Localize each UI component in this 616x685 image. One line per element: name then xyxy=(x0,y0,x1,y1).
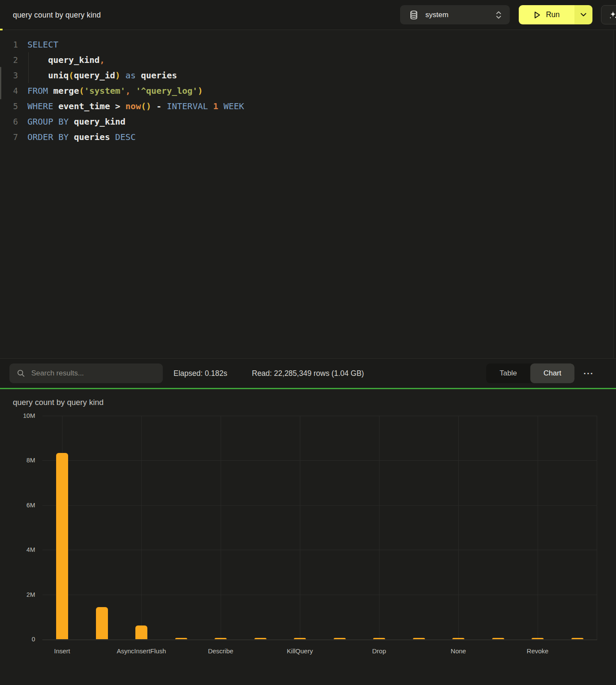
more-options-button[interactable]: ··· xyxy=(579,363,598,383)
bar-AsyncInsertFlush[interactable] xyxy=(135,625,147,639)
code-text: query_kind, xyxy=(27,52,105,68)
sparkle-icon xyxy=(607,9,616,21)
search-results-box[interactable] xyxy=(9,363,163,383)
read-stat: Read: 22,285,349 rows (1.04 GB) xyxy=(252,359,364,388)
code-text: ORDER BY queries DESC xyxy=(27,129,136,145)
chart-title: query count by query kind xyxy=(13,398,104,407)
database-selector-value: system xyxy=(425,11,495,19)
code-text: SELECT xyxy=(27,37,58,52)
y-axis-tick-label: 4M xyxy=(5,546,35,553)
x-axis-tick-label: KillQuery xyxy=(266,647,334,655)
database-icon xyxy=(410,10,418,20)
top-bar: query count by query kind system xyxy=(0,0,616,30)
y-gridline xyxy=(42,416,597,416)
database-selector[interactable]: system xyxy=(400,5,510,24)
y-gridline xyxy=(42,550,597,550)
y-axis-tick-label: 6M xyxy=(5,502,35,509)
query-tab-title: query count by query kind xyxy=(13,0,101,30)
bar-series-12[interactable] xyxy=(492,638,504,639)
view-toggle: Table Chart xyxy=(486,363,574,383)
x-axis-tick-label: Drop xyxy=(345,647,413,655)
chevron-down-icon xyxy=(580,13,586,17)
bar-None[interactable] xyxy=(452,638,464,639)
run-button[interactable]: Run xyxy=(519,5,574,24)
chevron-up-down-icon xyxy=(495,10,502,20)
editor-line[interactable]: 3 uniq(query_id) as queries xyxy=(0,68,608,83)
bar-chart: 02M4M6M8M10MInsertAsyncInsertFlushDescri… xyxy=(42,416,597,640)
x-axis-tick-label: Insert xyxy=(28,647,96,655)
x-gridline xyxy=(300,416,300,640)
editor-line[interactable]: 7ORDER BY queries DESC xyxy=(0,129,608,145)
x-gridline xyxy=(141,416,142,640)
x-axis-line xyxy=(42,640,597,640)
editor-line[interactable]: 6GROUP BY query_kind xyxy=(0,114,608,129)
x-gridline xyxy=(538,416,538,640)
elapsed-stat: Elapsed: 0.182s xyxy=(173,359,227,388)
x-gridline xyxy=(379,416,380,640)
line-number: 6 xyxy=(0,114,18,129)
editor-line[interactable]: 1SELECT xyxy=(0,37,608,52)
editor-line[interactable]: 5WHERE event_time > now() - INTERVAL 1 W… xyxy=(0,98,608,114)
bar-series-8[interactable] xyxy=(334,638,346,639)
y-gridline xyxy=(42,505,597,506)
tab-table[interactable]: Table xyxy=(486,363,530,383)
bar-Drop[interactable] xyxy=(373,638,385,639)
indent-guide xyxy=(28,52,29,83)
line-number: 4 xyxy=(0,83,18,98)
bar-series-14[interactable] xyxy=(571,638,583,639)
x-gridline xyxy=(221,416,221,640)
y-axis-tick-label: 0 xyxy=(5,636,35,643)
x-axis-tick-label: Revoke xyxy=(503,647,572,655)
line-number: 2 xyxy=(0,52,18,68)
editor-line[interactable]: 2 query_kind, xyxy=(0,52,608,68)
run-options-button[interactable] xyxy=(574,5,592,24)
line-number: 1 xyxy=(0,37,18,52)
chart-panel: query count by query kind 02M4M6M8M10MIn… xyxy=(0,389,616,685)
code-text: FROM merge('system', '^query_log') xyxy=(27,83,203,98)
results-toolbar: Elapsed: 0.182s Read: 22,285,349 rows (1… xyxy=(0,358,616,388)
x-gridline xyxy=(458,416,459,640)
line-number: 3 xyxy=(0,68,18,83)
assist-button[interactable] xyxy=(601,5,616,24)
code-text: WHERE event_time > now() - INTERVAL 1 WE… xyxy=(27,98,244,114)
bar-Revoke[interactable] xyxy=(532,638,544,639)
code-text: GROUP BY query_kind xyxy=(27,114,126,129)
bar-Describe[interactable] xyxy=(215,638,227,639)
code-text: uniq(query_id) as queries xyxy=(27,68,177,83)
y-gridline xyxy=(42,460,597,461)
search-icon xyxy=(17,369,25,378)
bar-series-2[interactable] xyxy=(96,607,108,639)
y-axis-tick-label: 10M xyxy=(5,412,35,419)
editor-scrollbar-thumb[interactable] xyxy=(0,67,1,99)
y-gridline xyxy=(42,595,597,595)
bar-series-4[interactable] xyxy=(175,638,187,639)
bar-series-10[interactable] xyxy=(413,638,425,639)
plot-right-edge-line xyxy=(597,416,597,640)
x-axis-tick-label: AsyncInsertFlush xyxy=(107,647,176,655)
editor-gutter-right xyxy=(613,30,616,358)
run-button-label: Run xyxy=(546,10,559,19)
search-results-input[interactable] xyxy=(31,369,157,378)
sql-editor[interactable]: 1SELECT2 query_kind,3 uniq(query_id) as … xyxy=(0,30,616,358)
x-axis-tick-label: Describe xyxy=(186,647,255,655)
run-button-group: Run xyxy=(519,5,592,24)
line-number: 7 xyxy=(0,129,18,145)
line-number: 5 xyxy=(0,98,18,114)
bar-series-6[interactable] xyxy=(254,638,266,639)
y-axis-tick-label: 2M xyxy=(5,591,35,598)
play-icon xyxy=(533,11,541,19)
sql-editor-lines: 1SELECT2 query_kind,3 uniq(query_id) as … xyxy=(0,37,608,145)
tab-chart[interactable]: Chart xyxy=(530,363,574,383)
sql-console-window: query count by query kind system xyxy=(0,0,616,685)
bar-Insert[interactable] xyxy=(56,453,68,639)
editor-line[interactable]: 4FROM merge('system', '^query_log') xyxy=(0,83,608,98)
y-axis-tick-label: 8M xyxy=(5,457,35,464)
bar-KillQuery[interactable] xyxy=(294,638,306,639)
x-axis-tick-label: None xyxy=(424,647,493,655)
